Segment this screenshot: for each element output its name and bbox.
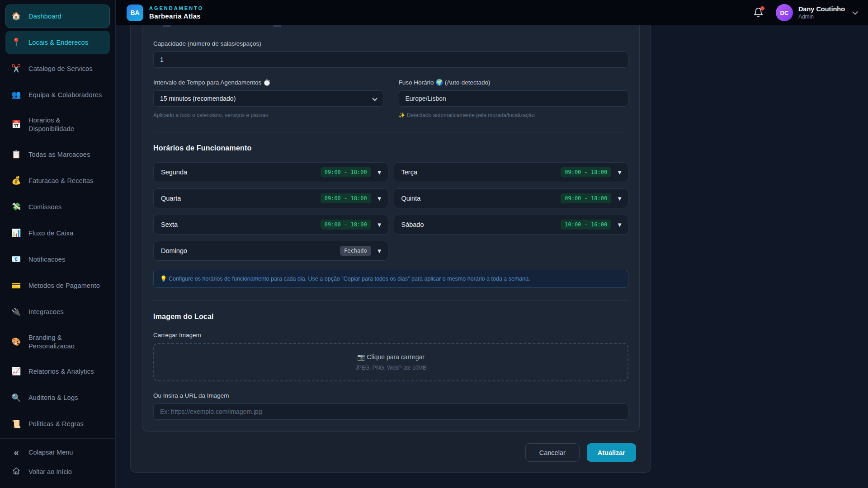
- hours-tip: 💡 Configure os horários de funcionamento…: [153, 270, 628, 288]
- sidebar-item-label: Catalogo de Servicos: [28, 65, 104, 73]
- dropdown-triangle-icon[interactable]: ▼: [617, 169, 623, 176]
- equipa-colaboradores-icon: 👥: [11, 90, 22, 100]
- dropdown-triangle-icon[interactable]: ▼: [377, 221, 382, 228]
- sidebar-item-todas-as-marcacoes[interactable]: 📋Todas as Marcacoes: [5, 143, 110, 166]
- metodos-de-pagamento-icon: 💳: [11, 281, 22, 291]
- sidebar-footer: « Colapsar Menu Voltar ao Início: [0, 438, 115, 488]
- sidebar: 🏠Dashboard📍Locais & Enderecos✂️Catalogo …: [0, 0, 116, 488]
- home-outline-icon: [11, 467, 22, 476]
- sidebar-item-label: Dashboard: [28, 12, 104, 21]
- notificacoes-icon: 📧: [11, 254, 22, 264]
- sidebar-item-politicas-regras[interactable]: 📜Politicas & Regras: [5, 413, 110, 436]
- update-button[interactable]: Atualizar: [587, 443, 636, 462]
- sidebar-item-label: Auditoria & Logs: [28, 394, 104, 402]
- day-name: Quarta: [161, 195, 321, 202]
- sidebar-item-equipa-colaboradores[interactable]: 👥Equipa & Colaboradores: [5, 83, 110, 107]
- day-hours-badge: 09:00 - 18:00: [321, 167, 371, 177]
- catalogo-de-servicos-icon: ✂️: [11, 64, 22, 74]
- comissoes-icon: 💸: [11, 202, 22, 212]
- app-name: Barbearia Atlas: [149, 12, 203, 20]
- day-hours-badge: 10:00 - 16:00: [561, 220, 611, 230]
- interval-helper: Aplicado a todo o calendário, serviços e…: [153, 112, 383, 118]
- day-row-ter-a[interactable]: Terça09:00 - 18:00▼: [394, 162, 629, 182]
- clipped-row: [153, 25, 628, 28]
- dropdown-triangle-icon[interactable]: ▼: [617, 195, 623, 202]
- sidebar-item-locais-enderecos[interactable]: 📍Locais & Enderecos: [5, 31, 110, 54]
- sidebar-item-branding-personalizacao[interactable]: 🎨Branding & Personalizacao: [5, 327, 110, 357]
- auditoria-logs-icon: 🔍: [11, 393, 22, 403]
- main-area: Capacidade (número de salas/espaços) Int…: [116, 25, 868, 488]
- cancel-button[interactable]: Cancelar: [525, 443, 580, 462]
- upload-cta: 📷 Clique para carregar: [159, 353, 623, 361]
- day-hours-badge: 09:00 - 18:00: [321, 220, 371, 230]
- chevron-down-icon: [852, 9, 858, 15]
- day-row-segunda[interactable]: Segunda09:00 - 18:00▼: [153, 162, 388, 182]
- location-form-card: Capacidade (número de salas/espaços) Int…: [142, 25, 640, 432]
- day-hours-badge: 09:00 - 18:00: [561, 167, 611, 177]
- sidebar-item-catalogo-de-servicos[interactable]: ✂️Catalogo de Servicos: [5, 57, 110, 80]
- sidebar-item-label: Todas as Marcacoes: [28, 150, 104, 159]
- day-row-quinta[interactable]: Quinta09:00 - 18:00▼: [394, 188, 629, 208]
- day-row-domingo[interactable]: DomingoFechado▼: [153, 241, 388, 261]
- image-upload-dropzone[interactable]: 📷 Clique para carregar JPEG, PNG, WebP a…: [153, 343, 628, 381]
- sidebar-item-notificacoes[interactable]: 📧Notificacoes: [5, 248, 110, 271]
- user-menu[interactable]: DC Dany Coutinho Admin: [776, 4, 857, 21]
- notification-badge-dot: [760, 6, 764, 10]
- location-edit-panel: Capacidade (número de salas/espaços) Int…: [130, 25, 651, 473]
- image-url-input[interactable]: [153, 404, 628, 420]
- capacity-label: Capacidade (número de salas/espaços): [153, 40, 628, 47]
- notifications-bell-button[interactable]: [753, 7, 764, 18]
- faturacao-receitas-icon: 💰: [11, 176, 22, 186]
- day-name: Quinta: [401, 195, 561, 202]
- sidebar-item-label: Comissoes: [28, 203, 104, 211]
- dropdown-triangle-icon[interactable]: ▼: [377, 195, 382, 202]
- politicas-regras-icon: 📜: [11, 419, 22, 429]
- timezone-helper: ✨ Detectado automaticamente pela morada/…: [399, 112, 629, 118]
- sidebar-item-auditoria-logs[interactable]: 🔍Auditoria & Logs: [5, 386, 110, 410]
- divider: [153, 132, 628, 132]
- day-row-sexta[interactable]: Sexta09:00 - 18:00▼: [153, 215, 388, 235]
- day-name: Terça: [401, 169, 561, 176]
- divider: [153, 300, 628, 301]
- sidebar-nav: 🏠Dashboard📍Locais & Enderecos✂️Catalogo …: [0, 0, 115, 438]
- sidebar-item-dashboard[interactable]: 🏠Dashboard: [5, 5, 110, 28]
- sidebar-item-comissoes[interactable]: 💸Comissoes: [5, 195, 110, 219]
- timezone-input[interactable]: Europe/Lisbon: [399, 90, 629, 107]
- sidebar-item-fluxo-de-caixa[interactable]: 📊Fluxo de Caixa: [5, 221, 110, 245]
- horarios-disponibilidade-icon: 📅: [11, 120, 22, 130]
- capacity-input[interactable]: [153, 52, 628, 68]
- interval-select[interactable]: 15 minutos (recomendado): [153, 90, 383, 107]
- dashboard-icon: 🏠: [11, 11, 22, 21]
- day-row-quarta[interactable]: Quarta09:00 - 18:00▼: [153, 188, 388, 208]
- avatar: DC: [776, 4, 793, 21]
- sidebar-item-label: Fluxo de Caixa: [28, 229, 104, 238]
- sidebar-item-metodos-de-pagamento[interactable]: 💳Metodos de Pagamento: [5, 274, 110, 298]
- collapse-menu-button[interactable]: « Colapsar Menu: [5, 443, 110, 461]
- form-actions: Cancelar Atualizar: [525, 443, 636, 462]
- sidebar-item-integracoes[interactable]: 🔌Integracoes: [5, 300, 110, 324]
- branding-personalizacao-icon: 🎨: [11, 337, 22, 347]
- sidebar-item-relatorios-analytics[interactable]: 📈Relatorios & Analytics: [5, 360, 110, 383]
- sidebar-item-label: Metodos de Pagamento: [28, 282, 104, 290]
- day-row-s-bado[interactable]: Sábado10:00 - 16:00▼: [394, 215, 629, 235]
- dropdown-triangle-icon[interactable]: ▼: [377, 248, 382, 254]
- dropdown-triangle-icon[interactable]: ▼: [617, 221, 623, 228]
- sidebar-item-label: Politicas & Regras: [28, 420, 104, 428]
- day-name: Domingo: [161, 247, 340, 254]
- day-hours-badge: 09:00 - 18:00: [561, 193, 611, 203]
- day-name: Sábado: [401, 221, 561, 228]
- sidebar-item-horarios-disponibilidade[interactable]: 📅Horarios & Disponibilidade: [5, 109, 110, 140]
- upload-hint: JPEG, PNG, WebP até 10MB: [159, 365, 623, 371]
- collapse-menu-label: Colapsar Menu: [28, 449, 73, 456]
- sidebar-item-faturacao-receitas[interactable]: 💰Faturacao & Receitas: [5, 169, 110, 192]
- dropdown-triangle-icon[interactable]: ▼: [377, 169, 382, 176]
- todas-as-marcacoes-icon: 📋: [11, 150, 22, 160]
- interval-label: Intervalo de Tempo para Agendamentos ⏱️: [153, 79, 383, 86]
- sidebar-item-label: Horarios & Disponibilidade: [28, 116, 104, 133]
- back-to-home-button[interactable]: Voltar ao Início: [5, 461, 110, 482]
- relatorios-analytics-icon: 📈: [11, 366, 22, 376]
- back-to-home-label: Voltar ao Início: [28, 468, 72, 475]
- day-hours-badge: Fechado: [340, 246, 371, 256]
- image-url-label: Ou Insira a URL da Imagem: [153, 392, 628, 399]
- sidebar-item-label: Locais & Enderecos: [28, 38, 104, 47]
